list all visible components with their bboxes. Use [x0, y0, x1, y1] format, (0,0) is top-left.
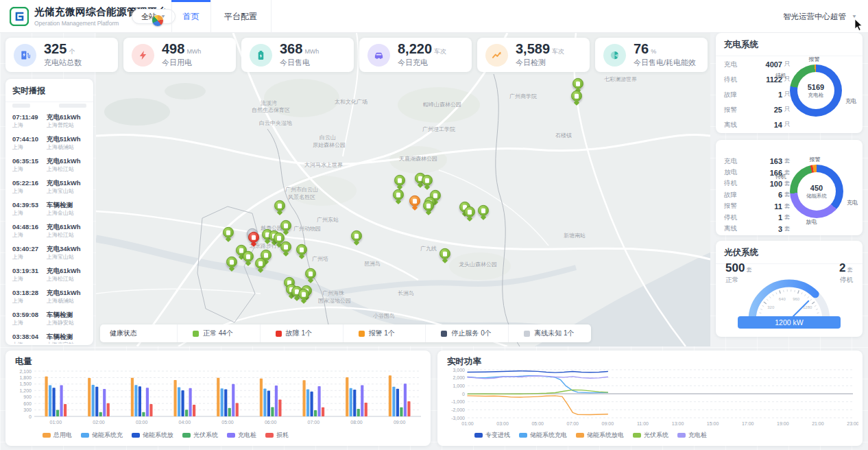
station-marker-normal[interactable] [439, 248, 450, 259]
station-marker-normal[interactable] [243, 251, 254, 262]
broadcast-event-station: 充电61kWh上海普陀站 [47, 113, 81, 134]
legend-label: 光伏系统 [644, 431, 668, 440]
broadcast-city: 上海 [12, 319, 43, 327]
broadcast-time-city: 03:19:31上海 [12, 267, 43, 288]
map-place-label: 太和文化广场 [335, 98, 367, 106]
broadcast-time-city: 06:35:15上海 [12, 157, 43, 178]
tab-platform-config[interactable]: 平台配置 [210, 0, 271, 33]
station-marker-normal[interactable] [296, 244, 307, 255]
legend-label: 专变进线 [485, 431, 510, 440]
app-logo-icon [10, 7, 29, 26]
storage-row: 故障6套 [716, 189, 793, 200]
station-marker-normal[interactable] [464, 206, 475, 217]
station-marker-normal[interactable] [223, 227, 234, 238]
broadcast-station: 上海松江站 [47, 275, 81, 283]
map-place-label: 帽峰山森林公园 [423, 101, 461, 108]
broadcast-time-city: 03:40:27上海 [12, 245, 43, 266]
user-menu[interactable]: 智光运营中心超管 ▼ [783, 0, 857, 33]
legend-item[interactable]: 总用电 [43, 431, 72, 440]
kpi-label: 今日充电 [398, 58, 446, 68]
kpi-value: 368 [280, 41, 302, 56]
broadcast-station: 上海金山站 [47, 209, 74, 217]
svg-text:15:00: 15:00 [707, 421, 719, 426]
svg-text:1,000: 1,000 [453, 383, 465, 388]
charger-glyph-icon [426, 203, 431, 208]
station-marker-normal[interactable] [572, 78, 583, 89]
legend-label: 报警 1个 [369, 329, 395, 338]
svg-text:320: 320 [767, 305, 775, 309]
broadcast-time: 03:40:27 [12, 245, 43, 253]
station-marker-normal[interactable] [274, 200, 285, 211]
station-marker-alarm[interactable] [409, 196, 420, 206]
charger-glyph-icon [284, 223, 288, 228]
station-marker-normal[interactable] [280, 220, 291, 231]
pv-system-title: 光伏系统 [716, 241, 863, 264]
row-value: 100 [770, 180, 782, 188]
charger-glyph-icon [575, 93, 579, 98]
broadcast-time: 03:38:04 [12, 333, 43, 341]
station-marker-normal[interactable] [478, 205, 489, 216]
power-chart-legend: 专变进线储能系统充电储能系统放电光伏系统充电桩 [437, 431, 863, 440]
legend-item[interactable]: 充电桩 [227, 431, 256, 440]
legend-item[interactable]: 光伏系统 [182, 431, 218, 440]
row-unit: 只 [784, 121, 793, 129]
broadcast-time-city: 03:59:08上海 [12, 311, 43, 332]
broadcast-event: 车辆检测 [47, 311, 74, 319]
tab-home[interactable]: 首页 [171, 0, 210, 33]
broadcast-time: 04:39:53 [12, 201, 43, 209]
broadcast-event: 充电61kWh [47, 267, 81, 275]
storage-row: 离线3套 [716, 223, 793, 234]
kpi-text: 498MWh今日用电 [162, 42, 201, 68]
legend-swatch [576, 433, 584, 438]
list-item: 04:48:16上海充电61kWh上海松江站 [12, 223, 86, 244]
station-marker-normal[interactable] [393, 189, 404, 200]
legend-item[interactable]: 专变进线 [474, 431, 510, 440]
legend-item[interactable]: 储能系统放 [132, 431, 173, 440]
legend-item[interactable]: 充电桩 [677, 431, 707, 440]
station-marker-normal[interactable] [298, 289, 309, 300]
station-marker-normal[interactable] [394, 175, 405, 186]
charging-row: 离线14只 [716, 117, 793, 132]
station-marker-normal[interactable] [571, 91, 582, 102]
legend-item[interactable]: 损耗 [265, 431, 289, 440]
kpi-value-line: 368MWh [280, 42, 319, 56]
station-marker-normal[interactable] [422, 175, 433, 186]
svg-text:02:00: 02:00 [93, 420, 105, 425]
broadcast-city: 上海 [12, 165, 43, 173]
list-item: 07:44:10上海充电51kWh上海杨浦站 [12, 135, 86, 156]
station-marker-fault[interactable] [248, 232, 259, 243]
donut-callout: 充电 [845, 97, 856, 105]
kpi-value: 76 [634, 41, 649, 56]
charger-glyph-icon [252, 235, 256, 239]
kpi-value: 3,589 [516, 41, 550, 56]
station-marker-normal[interactable] [280, 241, 291, 252]
station-marker-normal[interactable] [255, 258, 266, 269]
kpi-label: 今日用电 [162, 58, 201, 68]
map-place-label: 国家湿地公园 [318, 297, 351, 305]
legend-item[interactable]: 储能系统放电 [576, 431, 624, 440]
station-marker-normal[interactable] [351, 230, 362, 241]
broadcast-station: 上海松江站 [47, 231, 81, 239]
svg-text:08:00: 08:00 [350, 420, 363, 425]
station-marker-normal[interactable] [226, 257, 237, 268]
row-value: 3 [778, 225, 782, 233]
svg-text:0: 0 [462, 392, 465, 396]
broadcast-city: 上海 [12, 297, 43, 305]
station-marker-normal[interactable] [423, 200, 434, 211]
legend-swatch [265, 433, 274, 438]
power-chart-title: 实时功率 [437, 351, 863, 369]
legend-swatch [474, 433, 483, 438]
legend-item[interactable]: 光伏系统 [633, 431, 668, 440]
svg-text:03:00: 03:00 [136, 420, 148, 425]
donut-callout: 待机 [775, 173, 786, 180]
donut-center-label: 储能系统 [806, 193, 827, 200]
city-map[interactable]: 流溪湾自然生态保育区白云中央湿地太和文化广场白云山原始森林公园大河马水上世界帽峰… [96, 33, 710, 346]
svg-text:01:00: 01:00 [461, 421, 474, 426]
station-marker-normal[interactable] [305, 268, 316, 279]
charger-glyph-icon [481, 208, 485, 213]
kpi-text: 368MWh今日售电 [280, 42, 319, 68]
legend-label: 储能系统放电 [587, 431, 624, 440]
legend-item[interactable]: 储能系统充电 [519, 431, 567, 440]
legend-item[interactable]: 储能系统充 [81, 431, 123, 440]
charger-glyph-icon [284, 244, 288, 249]
